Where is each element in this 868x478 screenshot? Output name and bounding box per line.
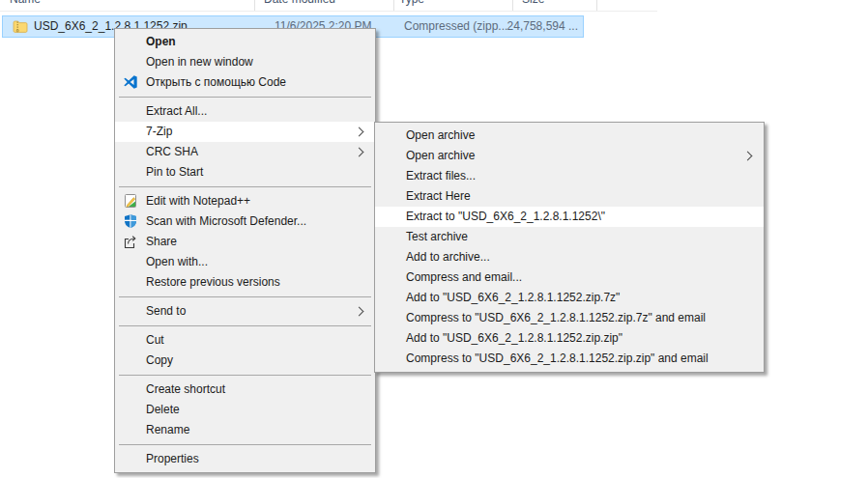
menu-item-extract-all[interactable]: Extract All... <box>115 101 375 122</box>
menu-item-pin-to-start[interactable]: Pin to Start <box>115 162 375 183</box>
menu-item-crc-sha[interactable]: CRC SHA <box>115 142 375 162</box>
menu-item-open-with-code[interactable]: Открыть с помощью Code <box>115 72 375 93</box>
column-header-row: Name Date modified Type Size <box>0 0 657 12</box>
column-divider[interactable] <box>393 0 394 11</box>
menu-separator <box>119 325 371 326</box>
menu-item-cut[interactable]: Cut <box>115 330 375 351</box>
submenu-arrow-icon <box>355 307 364 317</box>
menu-item-open-with[interactable]: Open with... <box>115 252 375 272</box>
column-divider[interactable] <box>254 0 255 11</box>
seven-zip-submenu: Open archive Open archive Extract files.… <box>374 122 765 373</box>
file-explorer-window: Name Date modified Type Size USD_6X6_2_1… <box>0 0 868 478</box>
submenu-item-extract-files[interactable]: Extract files... <box>375 166 764 186</box>
menu-item-create-shortcut[interactable]: Create shortcut <box>115 380 375 400</box>
column-header-date-modified[interactable]: Date modified <box>264 0 335 6</box>
menu-item-open[interactable]: Open <box>115 32 375 52</box>
menu-item-open-in-new-window[interactable]: Open in new window <box>115 52 375 72</box>
share-icon <box>123 234 138 249</box>
menu-separator <box>119 186 371 187</box>
column-header-name[interactable]: Name <box>10 0 41 6</box>
submenu-item-add-to-archive[interactable]: Add to archive... <box>375 247 764 267</box>
defender-icon <box>123 213 138 229</box>
submenu-item-open-archive-2[interactable]: Open archive <box>375 146 764 166</box>
menu-item-properties[interactable]: Properties <box>115 449 375 469</box>
submenu-item-compress-and-email[interactable]: Compress and email... <box>375 267 764 288</box>
menu-item-7zip[interactable]: 7-Zip <box>115 122 375 142</box>
submenu-item-compress-to-zip-and-email[interactable]: Compress to "USD_6X6_2_1.2.8.1.1252.zip.… <box>375 349 764 369</box>
menu-separator <box>119 375 371 376</box>
menu-item-scan-with-defender[interactable]: Scan with Microsoft Defender... <box>115 211 375 232</box>
menu-item-restore-previous-versions[interactable]: Restore previous versions <box>115 272 375 293</box>
submenu-item-compress-to-7z-and-email[interactable]: Compress to "USD_6X6_2_1.2.8.1.1252.zip.… <box>375 308 764 328</box>
menu-separator <box>119 97 371 98</box>
column-header-type[interactable]: Type <box>399 0 424 6</box>
submenu-item-test-archive[interactable]: Test archive <box>375 227 764 247</box>
submenu-arrow-icon <box>355 148 364 157</box>
submenu-arrow-icon <box>355 127 364 137</box>
vscode-icon <box>123 74 138 90</box>
zip-file-icon <box>13 18 28 34</box>
menu-item-copy[interactable]: Copy <box>115 351 375 371</box>
submenu-arrow-icon <box>743 152 753 161</box>
context-menu: Open Open in new window Открыть с помощь… <box>114 28 376 473</box>
menu-item-edit-with-notepadpp[interactable]: Edit with Notepad++ <box>115 191 375 211</box>
menu-item-delete[interactable]: Delete <box>115 400 375 420</box>
menu-separator <box>119 444 371 445</box>
menu-item-send-to[interactable]: Send to <box>115 301 375 322</box>
column-header-size[interactable]: Size <box>522 0 544 6</box>
file-size: 24,758,594 ... <box>438 16 578 37</box>
column-divider[interactable] <box>596 0 597 11</box>
menu-item-share[interactable]: Share <box>115 232 375 252</box>
menu-item-rename[interactable]: Rename <box>115 420 375 440</box>
column-divider[interactable] <box>512 0 513 11</box>
submenu-item-open-archive[interactable]: Open archive <box>375 126 764 146</box>
submenu-item-add-to-zip[interactable]: Add to "USD_6X6_2_1.2.8.1.1252.zip.zip" <box>375 328 764 349</box>
notepadpp-icon <box>123 193 138 209</box>
menu-separator <box>119 296 371 297</box>
submenu-item-add-to-7z[interactable]: Add to "USD_6X6_2_1.2.8.1.1252.zip.7z" <box>375 288 764 308</box>
submenu-item-extract-to-folder[interactable]: Extract to "USD_6X6_2_1.2.8.1.1252\" <box>375 207 764 227</box>
submenu-item-extract-here[interactable]: Extract Here <box>375 186 764 207</box>
